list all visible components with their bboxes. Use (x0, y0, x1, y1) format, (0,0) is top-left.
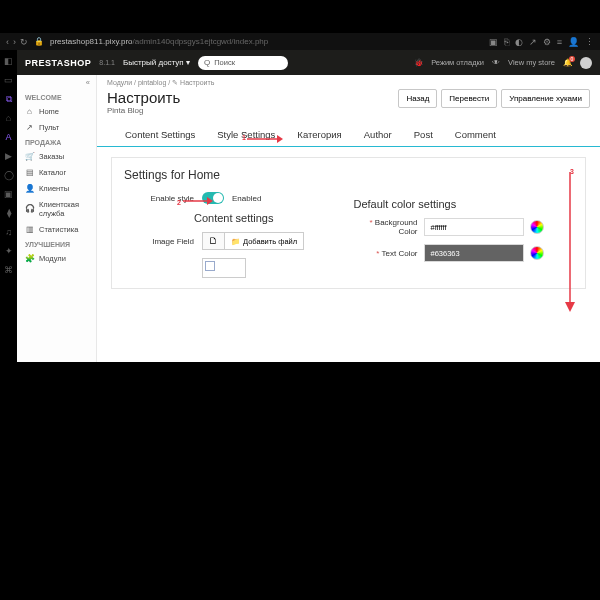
svg-marker-3 (207, 197, 213, 205)
file-icon: 🗋 (209, 236, 218, 246)
main-content: Модули / pintablog / ✎ Настроить Настрои… (97, 75, 600, 362)
page-subtitle: Pinta Blog (107, 106, 180, 115)
sidebar-item-modules[interactable]: 🧩Модули (17, 250, 96, 266)
left-column: Enable style Enabled Content settings Im… (124, 192, 344, 278)
rail-icon[interactable]: ⌘ (4, 265, 14, 275)
stats-icon: ▥ (25, 225, 34, 234)
file-browse-button[interactable]: 🗋 (202, 232, 224, 250)
color-picker-icon[interactable] (530, 220, 544, 234)
nav-back-icon[interactable]: ‹ (6, 37, 9, 47)
sidebar-section-improve: УЛУЧШЕНИЯ (17, 237, 96, 250)
right-column: Default color settings * Background Colo… (354, 192, 574, 278)
url-text[interactable]: prestashop811.pixy.pro/admin140qdpsgys1e… (50, 37, 483, 46)
rail-icon[interactable]: ⧉ (4, 94, 14, 104)
rail-icon[interactable]: ◧ (4, 56, 14, 66)
browser-nav: ‹ › ↻ (6, 37, 28, 47)
image-placeholder (202, 258, 246, 278)
menu-icon[interactable]: ⋮ (585, 37, 594, 47)
quick-access-menu[interactable]: Быстрый доступ ▾ (123, 58, 190, 67)
browser-address-bar: ‹ › ↻ 🔒 prestashop811.pixy.pro/admin140q… (0, 33, 600, 50)
page-title: Настроить (107, 89, 180, 106)
rail-icon[interactable]: A (4, 132, 14, 142)
bg-color-input[interactable]: #ffffff (424, 218, 524, 236)
search-placeholder: Поиск (214, 58, 235, 67)
rail-icon[interactable]: ▣ (4, 189, 14, 199)
panel-heading: Settings for Home (124, 168, 573, 182)
settings-panel: Settings for Home Enable style Enabled C… (111, 157, 586, 289)
debug-label: Режим отладки (431, 58, 484, 67)
sidebar-item-orders[interactable]: 🛒Заказы (17, 148, 96, 164)
ext-icon[interactable]: ⚙ (543, 37, 551, 47)
rail-icon[interactable]: ◯ (4, 170, 14, 180)
tabs: Content Settings Style Settings Категори… (97, 121, 600, 147)
page-header: Настроить Pinta Blog Назад Перевести Упр… (97, 87, 600, 121)
view-store-link[interactable]: View my store (508, 58, 555, 67)
sidebar-item-home[interactable]: ⌂Home (17, 103, 96, 119)
browser-right-icons: ▣ ⎘ ◐ ↗ ⚙ ≡ 👤 ⋮ (489, 37, 594, 47)
puzzle-icon: 🧩 (25, 254, 34, 263)
app-rail: ◧ ▭ ⧉ ⌂ A ▶ ◯ ▣ ⧫ ♫ ✦ ⌘ (0, 50, 17, 362)
sidebar-section-sell: ПРОДАЖА (17, 135, 96, 148)
ext-icon[interactable]: ⎘ (504, 37, 509, 47)
tab-post[interactable]: Post (414, 125, 433, 146)
tab-author[interactable]: Author (364, 125, 392, 146)
ext-icon[interactable]: ≡ (557, 37, 562, 47)
content-settings-heading: Content settings (124, 212, 344, 224)
folder-icon: 📁 (231, 237, 240, 246)
catalog-icon: ▤ (25, 168, 34, 177)
svg-marker-5 (565, 302, 575, 312)
logo: PRESTASHOP (25, 58, 91, 68)
search-icon: Q (204, 58, 210, 67)
sidebar-collapse-icon[interactable]: « (17, 75, 96, 90)
admin-topbar: PRESTASHOP 8.1.1 Быстрый доступ ▾ Q Поис… (17, 50, 600, 75)
view-store-icon: 👁 (492, 58, 500, 67)
tab-content-settings[interactable]: Content Settings (125, 125, 195, 146)
dashboard-icon: ↗ (25, 123, 34, 132)
notifications-icon[interactable]: 🔔0 (563, 58, 572, 67)
breadcrumb[interactable]: Модули / pintablog / ✎ Настроить (97, 75, 600, 87)
annotation-1-arrow (247, 130, 283, 140)
debug-icon[interactable]: 🐞 (414, 58, 423, 67)
rail-icon[interactable]: ▭ (4, 75, 14, 85)
admin-sidebar: « WELCOME ⌂Home ↗Пульт ПРОДАЖА 🛒Заказы ▤… (17, 75, 97, 362)
add-file-button[interactable]: 📁Добавить файл (224, 232, 304, 250)
headset-icon: 🎧 (25, 204, 34, 213)
annotation-3-arrow (562, 172, 578, 312)
user-icon: 👤 (25, 184, 34, 193)
rail-icon[interactable]: ▶ (4, 151, 14, 161)
sidebar-item-customers[interactable]: 👤Клиенты (17, 180, 96, 196)
version-text: 8.1.1 (99, 59, 115, 66)
ext-icon[interactable]: ▣ (489, 37, 498, 47)
tab-comment[interactable]: Comment (455, 125, 496, 146)
enabled-text: Enabled (232, 194, 261, 203)
annotation-2-label: 2 (177, 199, 181, 206)
tab-category[interactable]: Категория (297, 125, 341, 146)
rail-icon[interactable]: ⧫ (4, 208, 14, 218)
sidebar-item-dashboard[interactable]: ↗Пульт (17, 119, 96, 135)
cart-icon: 🛒 (25, 152, 34, 161)
nav-reload-icon[interactable]: ↻ (20, 37, 28, 47)
avatar[interactable] (580, 57, 592, 69)
sidebar-item-catalog[interactable]: ▤Каталог (17, 164, 96, 180)
ext-icon[interactable]: ◐ (515, 37, 523, 47)
profile-icon[interactable]: 👤 (568, 37, 579, 47)
sidebar-item-stats[interactable]: ▥Статистика (17, 221, 96, 237)
back-button[interactable]: Назад (398, 89, 437, 108)
search-input[interactable]: Q Поиск (198, 56, 288, 70)
rail-icon[interactable]: ♫ (4, 227, 14, 237)
lock-icon: 🔒 (34, 37, 44, 46)
text-color-label: * Text Color (354, 249, 418, 258)
ext-icon[interactable]: ↗ (529, 37, 537, 47)
annotation-1-label: 1 (242, 134, 246, 141)
text-color-input[interactable]: #636363 (424, 244, 524, 262)
rail-icon[interactable]: ✦ (4, 246, 14, 256)
rail-icon[interactable]: ⌂ (4, 113, 14, 123)
color-picker-icon[interactable] (530, 246, 544, 260)
sidebar-item-service[interactable]: 🎧Клиентская служба (17, 196, 96, 221)
nav-forward-icon[interactable]: › (13, 37, 16, 47)
home-icon: ⌂ (25, 107, 34, 116)
svg-marker-1 (277, 135, 283, 143)
image-field-label: Image Field (124, 237, 194, 246)
hooks-button[interactable]: Управление хуками (501, 89, 590, 108)
translate-button[interactable]: Перевести (441, 89, 497, 108)
